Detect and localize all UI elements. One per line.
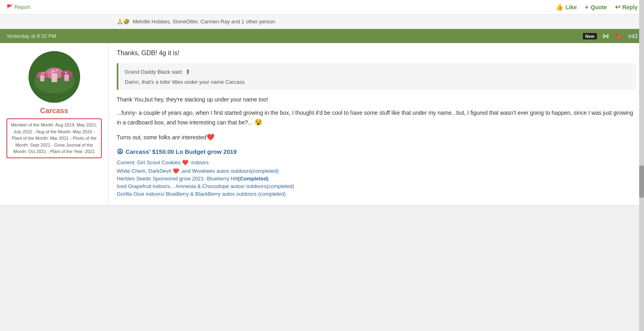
author-column: Carcass Member of the Month: Aug 2019, M… <box>0 43 109 205</box>
quote-author: Grand Daddy Black said: ⬆ <box>125 68 630 76</box>
heart-emoji: ❤️ <box>206 134 215 141</box>
svg-point-9 <box>56 70 58 71</box>
share-icon[interactable]: ⋈ <box>603 32 609 40</box>
grow-line3: Iced Grapefruit indoors... Amnesia & Cho… <box>117 183 636 189</box>
author-username: Carcass <box>40 107 68 115</box>
avatar-svg <box>29 51 80 103</box>
svg-rect-3 <box>52 73 57 82</box>
quote-text: Damn, that's a lotta' titles under your … <box>125 79 630 85</box>
heart1: ❤️ <box>182 159 188 166</box>
new-badge: New <box>583 33 597 39</box>
report-label: Report <box>14 4 30 10</box>
gorilla-glue-link[interactable]: Gorilla Glue indoors/ BlueBerry & BlackB… <box>117 191 286 197</box>
quote-up-icon[interactable]: ⬆ <box>185 68 190 76</box>
avatar <box>29 51 80 103</box>
grow-current: Current: Girl Scout Cookies ❤️ -indoors <box>117 159 636 166</box>
svg-point-12 <box>43 72 45 74</box>
post-greeting: Thanks, GDB! 4g it is! <box>117 50 636 57</box>
liker-names: Melville Hobbes, StoneOtter, Carmen Ray … <box>133 19 275 25</box>
svg-rect-7 <box>64 74 69 81</box>
awards-box: Member of the Month: Aug 2019, May 2021,… <box>6 118 102 158</box>
report-link[interactable]: 🚩 Report <box>6 4 30 10</box>
reply-label: Reply <box>622 4 638 10</box>
scrollbar[interactable] <box>639 0 644 205</box>
post-reply: Thank You,but hey, they're stacking up u… <box>117 96 636 103</box>
action-buttons: 👍 Like + Quote ↩ Reply <box>555 3 638 11</box>
reply-button[interactable]: ↩ Reply <box>615 3 638 11</box>
main-text-content: ...funny- a couple of years ago, when I … <box>117 110 633 126</box>
herbies-link[interactable]: Herbies Seeds Sponsored grow 2021- Blueb… <box>117 176 268 182</box>
like-icon: 👍 <box>555 3 564 11</box>
svg-rect-5 <box>40 75 44 81</box>
report-flag-icon: 🚩 <box>6 4 13 10</box>
quote-block: Grand Daddy Black said: ⬆ Damn, that's a… <box>117 63 636 90</box>
avatar-wrapper <box>29 51 80 103</box>
reaction-bar: 🚩 Report 👍 Like + Quote ↩ Reply <box>0 0 644 14</box>
post-header: Yesterday at 8:32 PM New ⋈ 🔖 #43 <box>0 29 644 43</box>
post-body: Carcass Member of the Month: Aug 2019, M… <box>0 43 644 205</box>
heart2: ❤️ <box>173 168 179 174</box>
post-timestamp: Yesterday at 8:32 PM <box>6 33 56 39</box>
scrollbar-thumb[interactable] <box>639 166 644 198</box>
peace-icon: ☮ <box>117 147 123 156</box>
dizzy-emoji: 😵 <box>254 119 262 126</box>
report-section: 🚩 Report <box>6 4 30 10</box>
quote-icon: + <box>585 4 588 11</box>
like-button[interactable]: 👍 Like <box>555 3 577 11</box>
post-main-text: ...funny- a couple of years ago, when I … <box>117 108 636 128</box>
grow-title: ☮ Carcass' $150.00 Lo Budget grow 2019 <box>117 147 636 156</box>
content-column: Thanks, GDB! 4g it is! Grand Daddy Black… <box>109 43 644 205</box>
iced-grapefruit-link[interactable]: Iced Grapefruit indoors... Amnesia & Cho… <box>117 183 294 189</box>
girl-scout-link[interactable]: Girl Scout Cookies <box>137 159 181 166</box>
post-turns-out: Turns out, some folks are interested❤️ <box>117 133 636 141</box>
bookmark-icon[interactable]: 🔖 <box>615 32 623 40</box>
grow-line1: White Chem, DarkDevil ❤️ ,and Wookiees a… <box>117 168 636 174</box>
likes-line: 🙏🤣 Melville Hobbes, StoneOtter, Carmen R… <box>0 14 644 29</box>
grow-section: ☮ Carcass' $150.00 Lo Budget grow 2019 C… <box>117 147 636 197</box>
svg-point-10 <box>51 71 52 73</box>
svg-point-8 <box>52 70 55 72</box>
post-header-right: New ⋈ 🔖 #43 <box>583 32 638 40</box>
grow-line4: Gorilla Glue indoors/ BlueBerry & BlackB… <box>117 191 636 197</box>
white-chem-link[interactable]: White Chem, DarkDevil <box>117 168 171 174</box>
grow-line2: Herbies Seeds Sponsored grow 2021- Blueb… <box>117 176 636 182</box>
quote-button[interactable]: + Quote <box>585 4 607 11</box>
svg-point-11 <box>41 73 43 74</box>
like-label: Like <box>566 4 577 10</box>
page-wrapper: 🚩 Report 👍 Like + Quote ↩ Reply 🙏🤣 Melvi… <box>0 0 644 205</box>
quote-author-name: Grand Daddy Black said: <box>125 69 183 75</box>
reply-icon: ↩ <box>615 3 620 11</box>
post-number: #43 <box>628 33 638 39</box>
grow-title-link[interactable]: Carcass' $150.00 Lo Budget grow 2019 <box>126 148 237 155</box>
quote-label: Quote <box>590 4 607 10</box>
svg-point-13 <box>65 72 67 74</box>
reaction-emojis: 🙏🤣 <box>117 19 130 25</box>
wookiees-link[interactable]: ,and Wookiees autos outdoors(completed) <box>180 168 279 174</box>
